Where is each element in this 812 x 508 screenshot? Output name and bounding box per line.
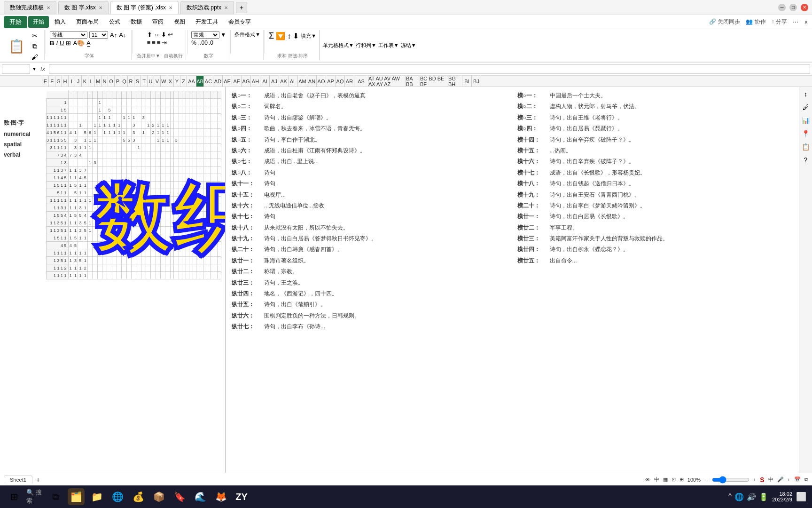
show-desktop-button[interactable]: ⬜ bbox=[796, 492, 806, 502]
col-F[interactable]: F bbox=[49, 76, 55, 87]
right-icon-2[interactable]: 🖊 bbox=[801, 102, 811, 112]
col-BJ[interactable]: BJ bbox=[472, 76, 481, 87]
ribbon-collapse-icon[interactable]: ∧ bbox=[804, 19, 808, 25]
col-W[interactable]: W bbox=[161, 76, 167, 87]
wrap-text-button[interactable]: ↩ bbox=[168, 31, 173, 38]
align-top-button[interactable]: ⬆ bbox=[147, 31, 152, 38]
tray-network[interactable]: 🌐 bbox=[734, 492, 744, 501]
col-AT-range[interactable]: AT AU AV AW AX AY AZ bbox=[368, 76, 406, 87]
tab-answer[interactable]: 数 图 字 (答案) .xlsx ✕ bbox=[110, 1, 179, 14]
sort-button[interactable]: ↕ bbox=[287, 32, 291, 40]
col-V[interactable]: V bbox=[154, 76, 161, 87]
start-menu-button[interactable]: ⊞ bbox=[6, 488, 23, 505]
font-size-decrease-button[interactable]: A↓ bbox=[119, 32, 126, 39]
col-I[interactable]: I bbox=[69, 76, 75, 87]
sync-button[interactable]: 🔗 关闭同步 bbox=[709, 18, 740, 26]
col-AI[interactable]: AI bbox=[260, 76, 270, 87]
auto-wrap-button[interactable]: 自动换行 bbox=[164, 53, 183, 58]
col-BG-range[interactable]: BG BH bbox=[448, 76, 462, 87]
col-Z[interactable]: Z bbox=[180, 76, 187, 87]
col-AD[interactable]: AD bbox=[213, 76, 223, 87]
col-AJ[interactable]: AJ bbox=[270, 76, 279, 87]
fill-color-button[interactable]: A🎨 bbox=[73, 40, 85, 47]
percent-button[interactable]: % bbox=[191, 40, 196, 46]
maximize-button[interactable]: □ bbox=[789, 4, 797, 11]
col-R[interactable]: R bbox=[128, 76, 134, 87]
copy-button[interactable]: ⧉ bbox=[28, 41, 41, 51]
sheet-button[interactable]: 工作表▼ bbox=[378, 42, 399, 49]
share-button[interactable]: ↑ 分享 bbox=[772, 18, 787, 26]
ribbon-tab-home[interactable]: 开始 bbox=[28, 16, 49, 28]
col-AO[interactable]: AO bbox=[317, 76, 326, 87]
fill-down-dropdown[interactable]: 填充▼ bbox=[301, 32, 316, 40]
freeze-button[interactable]: 冻结▼ bbox=[401, 42, 416, 49]
col-T[interactable]: T bbox=[141, 76, 148, 87]
collaborate-button[interactable]: 👥 协作 bbox=[746, 18, 765, 26]
home-start-button[interactable]: 开始 bbox=[4, 16, 27, 28]
col-AQ[interactable]: AQ bbox=[336, 76, 345, 87]
ribbon-tab-view[interactable]: 视图 bbox=[169, 16, 190, 28]
expand-formula-button[interactable]: ▼ bbox=[32, 66, 37, 71]
app5-icon[interactable]: ZY bbox=[233, 488, 250, 505]
align-left-button[interactable]: ≡ bbox=[147, 39, 151, 46]
col-BA-range[interactable]: BA BB bbox=[406, 76, 420, 87]
right-icon-3[interactable]: 📊 bbox=[801, 115, 811, 126]
col-AF[interactable]: AF bbox=[232, 76, 242, 87]
align-right-button[interactable]: ≡ bbox=[157, 39, 161, 46]
cell-reference-input[interactable] bbox=[2, 64, 30, 74]
col-M[interactable]: M bbox=[95, 76, 102, 87]
fill-button[interactable]: ⬇ bbox=[293, 32, 299, 40]
right-icon-6[interactable]: ? bbox=[801, 155, 811, 165]
col-AA[interactable]: AA bbox=[187, 76, 196, 87]
col-AS[interactable]: AS bbox=[354, 76, 368, 87]
underline-button[interactable]: U bbox=[60, 40, 64, 47]
ribbon-tab-review[interactable]: 审阅 bbox=[148, 16, 168, 28]
tab-template-close[interactable]: ✕ bbox=[47, 5, 50, 10]
browser-icon[interactable]: 🌐 bbox=[109, 488, 126, 505]
col-S[interactable]: S bbox=[134, 76, 141, 87]
col-AK[interactable]: AK bbox=[279, 76, 289, 87]
col-Y[interactable]: Y bbox=[174, 76, 180, 87]
col-AR[interactable]: AR bbox=[345, 76, 354, 87]
row-col-button[interactable]: 行和列▼ bbox=[356, 42, 376, 49]
app3-icon[interactable]: 🔖 bbox=[171, 488, 188, 505]
col-U[interactable]: U bbox=[148, 76, 154, 87]
ribbon-tab-dev[interactable]: 开发工具 bbox=[191, 16, 223, 28]
align-mid-button[interactable]: ↔ bbox=[154, 31, 160, 38]
col-AC[interactable]: AC bbox=[204, 76, 213, 87]
edge-icon[interactable]: 🌊 bbox=[192, 488, 209, 505]
col-AE[interactable]: AE bbox=[223, 76, 232, 87]
tray-sound[interactable]: 🔊 bbox=[747, 492, 756, 501]
thousand-sep-button[interactable]: , bbox=[197, 40, 199, 46]
tab-answer-close[interactable]: ✕ bbox=[169, 5, 172, 10]
new-tab-button[interactable]: + bbox=[236, 2, 247, 13]
font-family-select[interactable]: 等线 bbox=[50, 31, 87, 39]
zoom-slider[interactable] bbox=[712, 476, 750, 484]
align-bottom-button[interactable]: ⬇ bbox=[161, 31, 166, 38]
indent-button[interactable]: ⇥ bbox=[162, 39, 167, 46]
col-AG[interactable]: AG bbox=[242, 76, 251, 87]
close-button[interactable]: ✕ bbox=[801, 4, 808, 11]
increase-decimal-button[interactable]: .00 bbox=[200, 40, 208, 46]
col-AN[interactable]: AN bbox=[307, 76, 317, 87]
add-sheet-button[interactable]: + bbox=[34, 476, 42, 484]
merge-button[interactable]: 合并居中▼ bbox=[137, 53, 160, 58]
col-L[interactable]: L bbox=[88, 76, 95, 87]
app4-icon[interactable]: 🦊 bbox=[212, 488, 229, 505]
col-AL[interactable]: AL bbox=[289, 76, 298, 87]
ribbon-tab-formula[interactable]: 公式 bbox=[104, 16, 125, 28]
col-AH[interactable]: AH bbox=[251, 76, 260, 87]
view-page-layout-button[interactable]: ⊞ bbox=[679, 476, 684, 483]
font-size-increase-button[interactable]: A↑ bbox=[110, 32, 117, 39]
minimize-button[interactable]: ─ bbox=[778, 4, 786, 11]
ribbon-tab-insert[interactable]: 插入 bbox=[50, 16, 70, 28]
col-X[interactable]: X bbox=[167, 76, 174, 87]
font-color-button[interactable]: A̲ bbox=[86, 40, 91, 47]
app1-icon[interactable]: 💰 bbox=[130, 488, 147, 505]
cell-format-button[interactable]: 单元格格式▼ bbox=[323, 42, 354, 49]
col-BI[interactable]: BI bbox=[462, 76, 472, 87]
view-normal-button[interactable]: ▦ bbox=[663, 476, 668, 483]
col-BC-range[interactable]: BC BD BE BF bbox=[420, 76, 448, 87]
view-page-break-button[interactable]: ⊡ bbox=[671, 476, 676, 483]
tray-battery[interactable]: 🔋 bbox=[759, 492, 768, 501]
